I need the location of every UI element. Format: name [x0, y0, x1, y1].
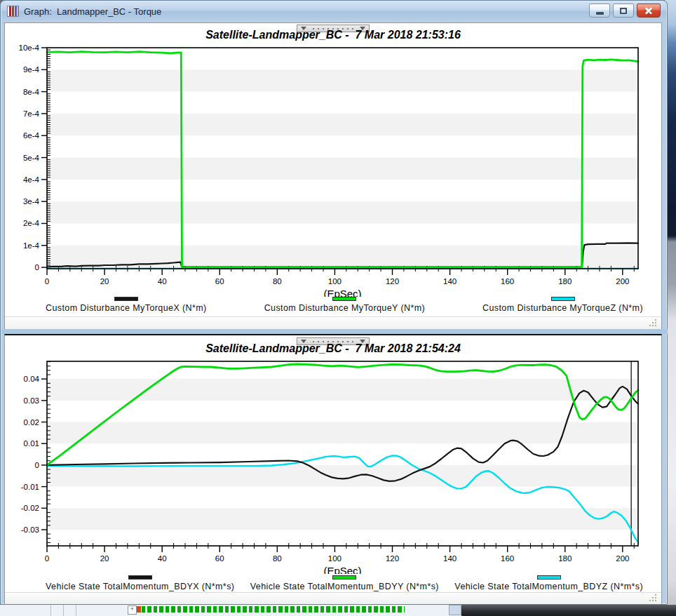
legend-entry: Custom Disturbance MyTorqueX (N*m)	[46, 297, 207, 313]
minimize-icon	[596, 12, 604, 15]
clipped-tree-item-icon	[137, 606, 141, 612]
y-tick-label: 3e-4	[23, 197, 40, 206]
legend-label: Vehicle State TotalMomentum_BDYX (N*m*s)	[46, 582, 234, 591]
tree-grid-line	[63, 605, 64, 616]
x-tick-label: 180	[558, 554, 572, 563]
panel-footer	[5, 316, 661, 329]
x-tick-label: 140	[443, 554, 457, 563]
plot-band	[47, 158, 638, 180]
panel-footer	[5, 592, 661, 604]
x-tick-label: 0	[45, 554, 49, 563]
y-tick-label: 0	[35, 263, 39, 272]
plot-band	[47, 69, 638, 91]
legend-entry: Vehicle State TotalMomentum_BDYZ (N*m*s)	[454, 575, 643, 591]
torque-chart-panel: Satellite-Landmapper_BC - 7 Mar 2018 21:…	[4, 22, 662, 329]
x-tick-label: 200	[616, 554, 629, 563]
y-tick-label: 10e-4	[19, 43, 40, 52]
legend-entry: Custom Disturbance MyTorqueZ (N*m)	[482, 297, 643, 313]
chart-title: Satellite-Landmapper_BC - 7 Mar 2018 21:…	[5, 342, 661, 355]
x-tick-label: 80	[273, 554, 282, 563]
maximize-button[interactable]	[613, 4, 634, 18]
y-tick-label: 8e-4	[23, 88, 40, 96]
torque-plot[interactable]: 02040608010012014016018020001e-42e-43e-4…	[5, 43, 661, 297]
window-title: Graph: Landmapper_BC - Torque	[24, 1, 161, 22]
legend-label: Vehicle State TotalMomentum_BDYY (N*m*s)	[250, 582, 439, 591]
momentum-chart-panel: Satellite-Landmapper_BC - 7 Mar 2018 21:…	[4, 334, 662, 604]
y-tick-label: -0.01	[21, 483, 39, 491]
plot-band	[47, 508, 638, 530]
y-tick-label: 0.02	[24, 418, 39, 427]
y-tick-label: -0.03	[21, 525, 39, 534]
legend-swatch-momentum-x	[128, 575, 152, 580]
y-tick-label: 0.03	[24, 396, 39, 405]
maximize-icon	[620, 8, 627, 14]
minimize-button[interactable]	[589, 4, 610, 18]
x-axis-label: (EpSec)	[323, 288, 361, 297]
y-tick-label: 9e-4	[23, 65, 40, 74]
x-tick-label: 120	[386, 277, 399, 286]
legend-label: Custom Disturbance MyTorqueX (N*m)	[46, 303, 207, 313]
y-tick-label: 4e-4	[23, 175, 40, 184]
legend-label: Vehicle State TotalMomentum_BDYZ (N*m*s)	[454, 582, 643, 591]
legend-swatch-torque-y	[332, 297, 356, 301]
y-tick-label: 7e-4	[23, 109, 40, 118]
clipped-tree-item-text	[142, 606, 405, 612]
legend-label: Custom Disturbance MyTorqueY (N*m)	[264, 303, 425, 313]
panel-gap	[1, 329, 668, 334]
legend-entry: Custom Disturbance MyTorqueY (N*m)	[264, 297, 425, 313]
x-tick-label: 160	[501, 277, 514, 286]
x-tick-label: 160	[501, 554, 514, 563]
background-bottom-strip: +	[0, 605, 676, 616]
x-tick-label: 0	[45, 277, 49, 286]
x-tick-label: 80	[273, 277, 282, 286]
y-tick-label: 0	[35, 461, 39, 469]
momentum-plot[interactable]: 020406080100120140160180200-0.03-0.02-0.…	[5, 356, 661, 574]
x-tick-label: 100	[328, 554, 342, 563]
legend-swatch-torque-z	[551, 297, 575, 301]
legend: Vehicle State TotalMomentum_BDYX (N*m*s)…	[46, 575, 643, 591]
screen: + Graph: Landmapper_BC - Torque Satellit…	[0, 0, 676, 616]
y-tick-label: 0.04	[24, 375, 40, 383]
close-button[interactable]	[637, 4, 661, 18]
y-tick-label: 0.01	[24, 439, 39, 448]
y-tick-label: 5e-4	[23, 154, 40, 162]
legend-entry: Vehicle State TotalMomentum_BDYX (N*m*s)	[46, 575, 234, 591]
y-tick-label: -0.02	[21, 504, 39, 512]
titlebar[interactable]: Graph: Landmapper_BC - Torque	[1, 1, 666, 22]
legend-swatch-momentum-y	[332, 575, 356, 580]
plot-band	[47, 201, 638, 223]
chart-title: Satellite-Landmapper_BC - 7 Mar 2018 21:…	[5, 29, 661, 41]
x-tick-label: 200	[616, 277, 629, 286]
x-tick-label: 60	[215, 277, 224, 286]
legend-entry: Vehicle State TotalMomentum_BDYY (N*m*s)	[250, 575, 439, 591]
tree-grid-line	[50, 605, 51, 616]
x-tick-label: 40	[158, 554, 167, 563]
clipped-scroll-element	[449, 605, 461, 615]
x-tick-label: 60	[215, 554, 224, 563]
resize-grip[interactable]	[649, 319, 657, 327]
background-dark-area	[461, 605, 676, 616]
legend-swatch-torque-x	[114, 297, 138, 301]
resize-grip[interactable]	[649, 594, 657, 602]
x-tick-label: 180	[558, 277, 572, 286]
x-tick-label: 20	[100, 277, 109, 286]
x-tick-label: 140	[443, 277, 457, 286]
plot-band	[47, 114, 638, 135]
tree-expand-icon[interactable]: +	[128, 605, 137, 615]
x-axis-label: (EpSec)	[323, 565, 361, 574]
x-tick-label: 120	[386, 554, 399, 563]
y-tick-label: 6e-4	[23, 131, 40, 140]
graph-app-icon	[7, 6, 19, 17]
y-tick-label: 1e-4	[23, 241, 40, 250]
x-tick-label: 100	[328, 277, 342, 286]
tree-grid-line	[76, 605, 76, 616]
plot-band	[47, 422, 638, 444]
legend-label: Custom Disturbance MyTorqueZ (N*m)	[482, 303, 643, 313]
legend-swatch-momentum-z	[537, 575, 561, 580]
x-tick-label: 20	[100, 554, 109, 563]
y-tick-label: 2e-4	[23, 219, 40, 227]
x-tick-label: 40	[158, 277, 167, 286]
close-icon	[644, 6, 654, 15]
legend: Custom Disturbance MyTorqueX (N*m) Custo…	[46, 297, 643, 313]
graph-window: Graph: Landmapper_BC - Torque Satellite-…	[0, 0, 668, 605]
